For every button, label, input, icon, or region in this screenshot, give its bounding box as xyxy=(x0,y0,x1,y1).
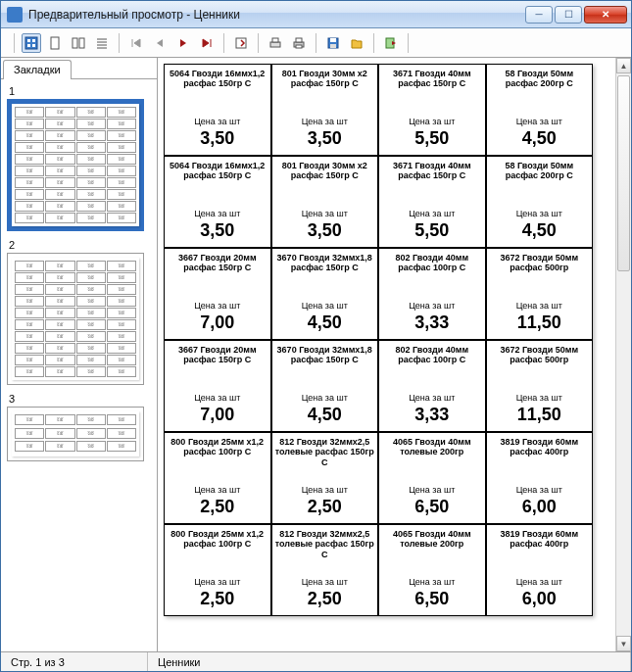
tag-price: 4,50 xyxy=(490,128,590,149)
tag-unit-label: Цена за шт xyxy=(275,485,375,495)
page-thumbnail[interactable]: — —0.00— —0.00— —0.00— —0.00— —0.00— —0.… xyxy=(7,407,144,461)
close-button[interactable]: ✕ xyxy=(584,6,627,24)
tag-price: 3,50 xyxy=(168,128,267,149)
tag-description: 802 Гвозди 40мм расфас 100гр С xyxy=(382,345,482,365)
tag-price: 7,00 xyxy=(168,405,267,425)
tag-description: 800 Гвозди 25мм х1,2 расфас 100гр С xyxy=(168,437,267,457)
tag-description: 3672 Гвозди 50мм расфас 500гр xyxy=(490,345,590,365)
scroll-thumb[interactable] xyxy=(617,75,630,271)
single-page-button[interactable] xyxy=(45,33,65,53)
tag-unit-label: Цена за шт xyxy=(168,117,267,126)
tag-price: 2,50 xyxy=(168,497,267,517)
tag-price: 11,50 xyxy=(490,312,590,333)
svg-rect-6 xyxy=(73,38,77,48)
page-thumbnail[interactable]: — —0.00— —0.00— —0.00— —0.00— —0.00— —0.… xyxy=(7,253,144,385)
vertical-scrollbar[interactable]: ▲ ▼ xyxy=(615,58,631,651)
tag-description: 802 Гвозди 40мм расфас 100гр С xyxy=(382,253,482,273)
svg-rect-14 xyxy=(272,38,278,42)
thumb-number: 3 xyxy=(7,393,151,405)
svg-rect-13 xyxy=(270,42,280,47)
tag-unit-label: Цена за шт xyxy=(382,301,482,311)
tag-description: 801 Гвозди 30мм х2 расфас 150гр С xyxy=(275,69,375,89)
thumb-number: 1 xyxy=(7,85,151,97)
svg-rect-1 xyxy=(27,39,30,42)
toolbar xyxy=(1,28,631,58)
price-tag: 3671 Гвозди 40мм расфас 150гр СЦена за ш… xyxy=(378,156,486,248)
price-tag-page: 5064 Гвозди 16ммх1,2 расфас 150гр СЦена … xyxy=(164,64,593,616)
tab-bookmarks[interactable]: Закладки xyxy=(3,60,72,79)
two-page-button[interactable] xyxy=(69,33,88,53)
tag-price: 11,50 xyxy=(490,405,590,425)
preview-window: Предварительный просмотр - Ценники ─ ☐ ✕ xyxy=(0,0,632,672)
tag-description: 58 Гвозди 50мм расфас 200гр С xyxy=(490,161,590,181)
next-page-button[interactable] xyxy=(173,33,193,53)
page-thumbnail[interactable]: — —0.00— —0.00— —0.00— —0.00— —0.00— —0.… xyxy=(7,99,144,231)
tag-price: 3,33 xyxy=(382,312,482,333)
tag-description: 58 Гвозди 50мм расфас 200гр С xyxy=(490,69,590,89)
tag-price: 6,50 xyxy=(382,589,482,609)
tag-description: 4065 Гвозди 40мм толевые 200гр xyxy=(382,437,482,457)
price-tag: 3819 Гвозди 60мм расфас 400грЦена за шт6… xyxy=(486,524,594,616)
tag-price: 6,00 xyxy=(490,589,590,609)
scroll-up-button[interactable]: ▲ xyxy=(616,58,631,73)
tag-price: 4,50 xyxy=(275,312,375,333)
separator xyxy=(14,33,15,53)
price-tag: 801 Гвозди 30мм х2 расфас 150гр СЦена за… xyxy=(271,156,379,248)
tag-unit-label: Цена за шт xyxy=(168,301,267,311)
svg-rect-2 xyxy=(32,39,35,42)
tag-description: 3671 Гвозди 40мм расфас 150гр С xyxy=(382,69,482,89)
scroll-down-button[interactable]: ▼ xyxy=(616,636,631,651)
tag-description: 812 Гвозди 32ммх2,5 толевые расфас 150гр… xyxy=(275,529,375,559)
save-button[interactable] xyxy=(323,33,343,53)
open-button[interactable] xyxy=(347,33,366,53)
last-page-button[interactable] xyxy=(197,33,217,53)
status-doc: Ценники xyxy=(148,652,631,671)
prev-page-button[interactable] xyxy=(150,33,170,53)
thumbnail-list: 1— —0.00— —0.00— —0.00— —0.00— —0.00— —0… xyxy=(1,79,157,651)
tag-unit-label: Цена за шт xyxy=(168,393,267,403)
sidebar-tabs: Закладки xyxy=(1,58,157,79)
tag-unit-label: Цена за шт xyxy=(382,117,482,126)
thumbnails-view-button[interactable] xyxy=(22,33,41,53)
tag-description: 3672 Гвозди 50мм расфас 500гр xyxy=(490,253,590,273)
maximize-button[interactable]: ☐ xyxy=(555,6,582,24)
separator xyxy=(408,33,409,53)
page-setup-button[interactable] xyxy=(266,33,285,53)
print-button[interactable] xyxy=(289,33,309,53)
tag-unit-label: Цена за шт xyxy=(490,393,590,403)
separator xyxy=(119,33,120,53)
app-icon xyxy=(7,7,23,23)
svg-rect-3 xyxy=(27,44,30,47)
price-tag: 58 Гвозди 50мм расфас 200гр СЦена за шт4… xyxy=(486,64,594,156)
tag-price: 3,33 xyxy=(382,405,482,425)
price-tag: 3667 Гвозди 20мм расфас 150гр СЦена за ш… xyxy=(164,248,271,340)
tag-description: 5064 Гвозди 16ммх1,2 расфас 150гр С xyxy=(168,161,267,181)
price-tag: 3670 Гвозди 32ммх1,8 расфас 150гр СЦена … xyxy=(271,340,379,432)
thumb-number: 2 xyxy=(7,239,151,251)
price-tag: 801 Гвозди 30мм х2 расфас 150гр СЦена за… xyxy=(271,64,379,156)
multi-page-button[interactable] xyxy=(92,33,112,53)
svg-rect-20 xyxy=(330,44,336,48)
svg-rect-16 xyxy=(296,38,302,42)
price-tag: 5064 Гвозди 16ммх1,2 расфас 150гр СЦена … xyxy=(164,64,271,156)
tag-unit-label: Цена за шт xyxy=(382,209,482,218)
tag-description: 3667 Гвозди 20мм расфас 150гр С xyxy=(168,253,267,273)
minimize-button[interactable]: ─ xyxy=(525,6,553,24)
price-tag: 4065 Гвозди 40мм толевые 200грЦена за шт… xyxy=(378,524,486,616)
preview-pane[interactable]: 5064 Гвозди 16ммх1,2 расфас 150гр СЦена … xyxy=(158,58,631,651)
price-tag: 800 Гвозди 25мм х1,2 расфас 100гр СЦена … xyxy=(164,524,271,616)
tag-description: 5064 Гвозди 16ммх1,2 расфас 150гр С xyxy=(168,69,267,89)
export-button[interactable] xyxy=(381,33,401,53)
goto-page-button[interactable] xyxy=(231,33,251,53)
price-tag: 3672 Гвозди 50мм расфас 500грЦена за шт1… xyxy=(486,248,594,340)
svg-rect-19 xyxy=(330,38,336,42)
first-page-button[interactable] xyxy=(126,33,146,53)
titlebar: Предварительный просмотр - Ценники ─ ☐ ✕ xyxy=(1,1,631,28)
price-tag: 812 Гвозди 32ммх2,5 толевые расфас 150гр… xyxy=(271,432,379,524)
tag-description: 3671 Гвозди 40мм расфас 150гр С xyxy=(382,161,482,181)
tag-price: 3,50 xyxy=(275,220,375,241)
separator xyxy=(316,33,316,53)
tag-description: 801 Гвозди 30мм х2 расфас 150гр С xyxy=(275,161,375,181)
statusbar: Стр. 1 из 3 Ценники xyxy=(1,651,631,671)
tag-unit-label: Цена за шт xyxy=(382,393,482,403)
